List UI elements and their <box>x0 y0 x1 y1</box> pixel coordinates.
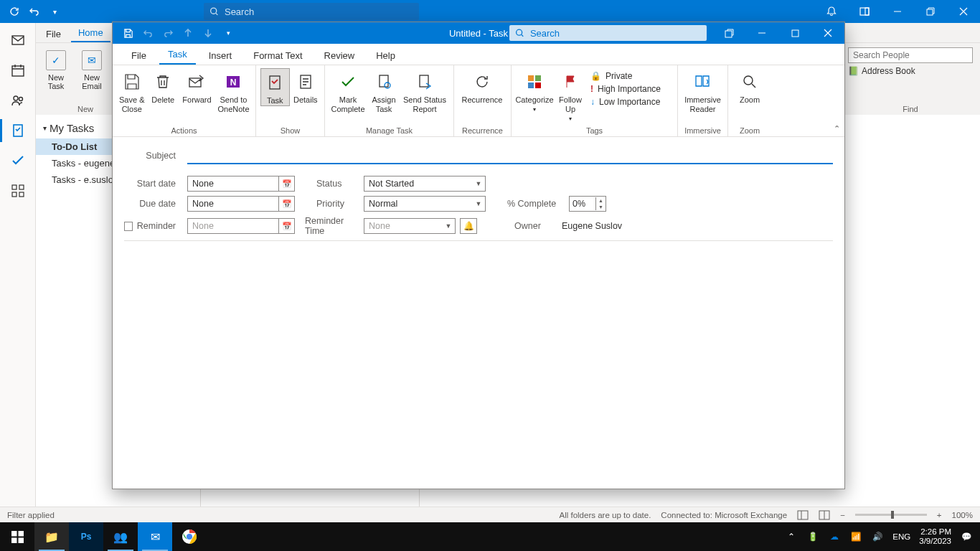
delete-button[interactable]: Delete <box>148 68 177 105</box>
taskbar-outlook[interactable]: ✉ <box>138 522 172 551</box>
new-task-button[interactable]: ✓New Task <box>40 46 72 103</box>
taskbar-photoshop[interactable]: Ps <box>69 522 103 551</box>
reminder-label-wrap: Reminder <box>124 221 187 231</box>
calendar-icon[interactable] <box>9 62 27 79</box>
calendar-icon[interactable]: 📅 <box>278 197 294 211</box>
tray-clock[interactable]: 2:26 PM3/9/2023 <box>919 527 951 546</box>
svg-rect-12 <box>19 192 24 197</box>
qat-customize-icon[interactable]: ▾ <box>222 27 235 39</box>
task-tab-insert[interactable]: Insert <box>200 47 241 65</box>
view-normal-icon[interactable] <box>797 8 809 552</box>
sync-status: All folders are up to date. <box>559 511 651 519</box>
svg-point-13 <box>517 29 522 35</box>
tab-file[interactable]: File <box>39 26 68 42</box>
svg-rect-23 <box>420 75 428 87</box>
group-actions-label: Actions <box>117 125 251 135</box>
tray-battery-icon[interactable]: 🔋 <box>806 532 819 542</box>
tray-chevron-icon[interactable]: ⌃ <box>785 532 798 542</box>
categorize-button[interactable]: Categorize▾ <box>516 68 553 114</box>
zoom-slider[interactable] <box>855 514 927 516</box>
reminder-time-label: Reminder Time <box>302 216 364 236</box>
zoom-out-button[interactable]: − <box>840 511 845 519</box>
task-tab-file[interactable]: File <box>123 47 155 65</box>
send-status-report-button[interactable]: Send Status Report <box>401 68 448 114</box>
view-reading-icon[interactable] <box>819 510 830 520</box>
people-icon[interactable] <box>9 92 27 109</box>
svg-rect-21 <box>380 75 388 87</box>
svg-rect-33 <box>11 537 17 543</box>
chevron-down-icon: ▾ <box>43 124 47 132</box>
priority-label: Priority <box>314 199 364 209</box>
outlook-search-input[interactable] <box>225 6 413 17</box>
reminder-date-field[interactable]: None📅 <box>187 218 295 234</box>
svg-rect-32 <box>18 531 24 537</box>
tasks-icon[interactable] <box>9 122 27 139</box>
mail-icon[interactable] <box>9 32 27 49</box>
sync-icon[interactable] <box>9 6 20 17</box>
send-to-onenote-button[interactable]: NSend to OneNote <box>216 68 251 114</box>
undo-icon[interactable] <box>141 27 154 39</box>
zoom-value: 100% <box>952 511 973 519</box>
svg-rect-10 <box>19 185 24 189</box>
tray-volume-icon[interactable]: 🔊 <box>871 532 884 542</box>
redo-icon[interactable] <box>161 27 174 39</box>
due-date-field[interactable]: None📅 <box>187 196 295 212</box>
filter-status: Filter applied <box>7 511 55 519</box>
start-date-label: Start date <box>124 179 187 189</box>
tray-wifi-icon[interactable]: 📶 <box>849 532 862 542</box>
taskbar-explorer[interactable]: 📁 <box>34 522 69 551</box>
more-apps-icon[interactable] <box>9 182 27 199</box>
new-email-button[interactable]: ✉New Email <box>76 46 108 103</box>
chevron-down-icon: ▼ <box>472 180 485 187</box>
status-bar: Filter applied All folders are up to dat… <box>0 507 980 522</box>
outlook-search[interactable] <box>204 3 419 20</box>
task-tab-task[interactable]: Task <box>159 45 196 65</box>
forward-button[interactable]: Forward <box>179 68 215 105</box>
save-icon[interactable] <box>121 27 134 39</box>
undo-icon[interactable] <box>29 6 40 17</box>
taskbar-teams[interactable]: 👥 <box>103 522 138 551</box>
show-details-button[interactable]: Details <box>291 68 320 105</box>
assign-task-button[interactable]: Assign Task <box>368 68 400 114</box>
reminder-time-select[interactable]: None▼ <box>364 218 456 234</box>
tray-language[interactable]: ENG <box>892 532 910 541</box>
calendar-icon[interactable]: 📅 <box>278 219 294 233</box>
save-close-button[interactable]: Save & Close <box>117 68 146 114</box>
recurrence-button[interactable]: Recurrence <box>458 68 506 105</box>
reminder-checkbox[interactable] <box>124 222 133 231</box>
svg-point-7 <box>19 98 22 101</box>
reminder-sound-button[interactable]: 🔔 <box>460 218 477 234</box>
svg-rect-11 <box>12 192 17 197</box>
task-tab-help[interactable]: Help <box>367 47 404 65</box>
todo-icon[interactable] <box>9 152 27 169</box>
group-manage-label: Manage Task <box>329 125 449 135</box>
status-select[interactable]: Not Started▼ <box>364 176 486 192</box>
tray-notifications-icon[interactable]: 💬 <box>960 532 973 542</box>
qat-customize-icon[interactable]: ▾ <box>49 6 60 17</box>
status-label: Status <box>314 179 364 189</box>
priority-select[interactable]: Normal▼ <box>364 196 486 212</box>
mark-complete-button[interactable]: Mark Complete <box>329 68 367 114</box>
show-task-button[interactable]: Task <box>260 68 290 106</box>
zoom-in-button[interactable]: + <box>937 511 942 519</box>
svg-rect-9 <box>12 185 17 189</box>
next-item-icon[interactable] <box>202 27 215 39</box>
task-tab-review[interactable]: Review <box>316 47 364 65</box>
bell-icon: 🔔 <box>463 221 474 231</box>
tray-onedrive-icon[interactable]: ☁ <box>828 532 841 542</box>
svg-rect-16 <box>189 78 201 87</box>
connection-status: Connected to: Microsoft Exchange <box>661 511 787 519</box>
start-button[interactable] <box>0 522 34 551</box>
tab-home[interactable]: Home <box>71 24 110 42</box>
prev-item-icon[interactable] <box>182 27 194 39</box>
svg-point-22 <box>385 83 390 88</box>
task-tab-format-text[interactable]: Format Text <box>245 47 311 65</box>
group-show-label: Show <box>260 125 320 135</box>
chevron-down-icon: ▼ <box>442 222 455 230</box>
subject-label: Subject <box>124 151 187 161</box>
nav-rail <box>0 23 36 522</box>
start-date-field[interactable]: None📅 <box>187 176 295 192</box>
svg-rect-4 <box>12 36 24 44</box>
calendar-icon[interactable]: 📅 <box>278 176 294 191</box>
taskbar-chrome[interactable] <box>172 522 207 551</box>
